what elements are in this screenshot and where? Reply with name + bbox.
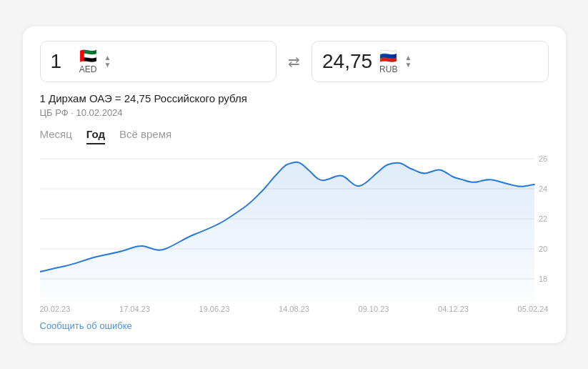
chart-svg: 26 24 22 20 18 (40, 152, 549, 302)
converter-row: 1 🇦🇪 AED ▲ ▼ ⇄ 24,75 🇷🇺 RUB ▲ ▼ (40, 41, 549, 82)
x-label-1: 17.04.23 (119, 305, 150, 313)
svg-text:22: 22 (538, 215, 547, 223)
from-currency-box[interactable]: 1 🇦🇪 AED ▲ ▼ (40, 41, 277, 82)
to-flag-icon: 🇷🇺 (379, 49, 397, 63)
to-currency-code: RUB (379, 64, 397, 74)
rate-description: 1 Дирхам ОАЭ = 24,75 Российского рубля (40, 92, 549, 104)
currency-card: 1 🇦🇪 AED ▲ ▼ ⇄ 24,75 🇷🇺 RUB ▲ ▼ (23, 26, 566, 343)
x-label-6: 05.02.24 (518, 305, 549, 313)
chart-area: 26 24 22 20 18 (40, 152, 549, 302)
x-labels-row: 20.02.23 17.04.23 19.06.23 14.08.23 09.1… (40, 305, 549, 313)
x-label-5: 04.12.23 (438, 305, 469, 313)
from-chevron[interactable]: ▲ ▼ (104, 54, 111, 69)
to-currency-box[interactable]: 24,75 🇷🇺 RUB ▲ ▼ (312, 41, 549, 82)
to-chevron-up-icon: ▲ (404, 54, 412, 62)
from-currency-code: AED (79, 64, 97, 74)
x-label-0: 20.02.23 (40, 305, 71, 313)
to-chevron-down-icon: ▼ (404, 62, 412, 69)
tab-month[interactable]: Месяц (40, 128, 72, 144)
x-label-3: 14.08.23 (279, 305, 309, 313)
svg-text:26: 26 (538, 154, 547, 163)
to-chevron[interactable]: ▲ ▼ (404, 54, 412, 69)
rate-source: ЦБ РФ · 10.02.2024 (40, 107, 549, 118)
chevron-down-icon: ▼ (104, 62, 111, 69)
svg-text:18: 18 (538, 275, 547, 283)
tab-all-time[interactable]: Всё время (119, 128, 171, 144)
svg-text:20: 20 (538, 245, 547, 253)
x-label-4: 09.10.23 (359, 305, 389, 313)
amount-from: 1 (51, 50, 72, 73)
from-flag-icon: 🇦🇪 (79, 49, 97, 63)
swap-button[interactable]: ⇄ (285, 50, 303, 73)
swap-icon: ⇄ (288, 53, 300, 70)
to-currency-flag-code: 🇷🇺 RUB (379, 49, 397, 74)
tabs-row: Месяц Год Всё время (40, 128, 549, 144)
x-label-2: 19.06.23 (199, 305, 230, 313)
tab-year[interactable]: Год (86, 128, 105, 144)
from-currency-flag-code: 🇦🇪 AED (79, 49, 97, 74)
chevron-up-icon: ▲ (104, 54, 111, 62)
report-error-link[interactable]: Сообщить об ошибке (40, 320, 132, 331)
amount-to: 24,75 (322, 50, 372, 73)
svg-text:24: 24 (538, 184, 547, 193)
